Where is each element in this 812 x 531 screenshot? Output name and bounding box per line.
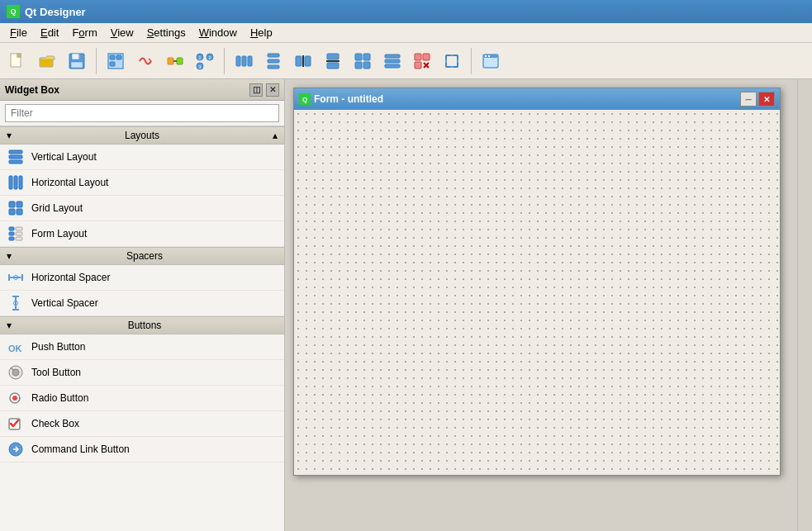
menu-view[interactable]: View (104, 25, 140, 40)
form-minimize-button[interactable]: ─ (740, 92, 757, 107)
svg-rect-44 (446, 55, 458, 67)
separator-2 (224, 48, 225, 74)
form-window: Q Form - untitled ─ ✕ (293, 88, 781, 476)
category-scroll-up: ▴ (273, 130, 278, 141)
svg-rect-54 (19, 176, 22, 189)
form-canvas[interactable] (294, 110, 780, 475)
form-close-button[interactable]: ✕ (758, 92, 775, 107)
widget-box-panel: Widget Box ◫ ✕ ▾ Layouts ▴ (0, 79, 285, 531)
widget-list: ▾ Layouts ▴ Vertical Layout (0, 126, 284, 531)
item-horizontal-layout[interactable]: Horizontal Layout (0, 170, 284, 196)
form-title-left: Q Form - untitled (299, 93, 383, 105)
item-horizontal-spacer[interactable]: Horizontal Spacer (0, 265, 284, 291)
svg-point-47 (485, 55, 487, 56)
menu-file[interactable]: File (3, 25, 34, 40)
push-button-icon: OK (7, 338, 25, 356)
save-button[interactable] (63, 47, 91, 75)
svg-rect-37 (385, 59, 400, 63)
svg-rect-60 (16, 227, 22, 230)
menu-window[interactable]: Window (192, 25, 244, 40)
layout-splitter-v-button[interactable] (319, 47, 347, 75)
svg-rect-49 (9, 150, 22, 154)
svg-text:OK: OK (8, 344, 22, 353)
vertical-spacer-label: Vertical Spacer (31, 297, 98, 309)
svg-rect-57 (9, 209, 15, 215)
vertical-layout-label: Vertical Layout (31, 151, 97, 163)
command-link-button-icon (7, 440, 25, 458)
widget-box-controls: ◫ ✕ (249, 83, 279, 97)
svg-rect-36 (385, 55, 400, 58)
app-icon: Q (7, 5, 20, 18)
svg-point-74 (12, 369, 19, 376)
svg-rect-33 (363, 54, 370, 60)
svg-rect-35 (363, 62, 370, 69)
layout-form-button[interactable] (378, 47, 406, 75)
open-button[interactable] (33, 47, 61, 75)
svg-rect-34 (355, 62, 362, 69)
menu-settings[interactable]: Settings (140, 25, 192, 40)
svg-rect-56 (17, 201, 22, 207)
svg-rect-40 (423, 54, 430, 60)
svg-rect-62 (16, 232, 22, 235)
item-vertical-spacer[interactable]: Vertical Spacer (0, 291, 284, 316)
svg-rect-24 (268, 59, 279, 63)
layout-horizontal-button[interactable] (230, 47, 258, 75)
widget-editor-button[interactable] (102, 47, 130, 75)
toolbar: 123 (0, 43, 812, 79)
svg-rect-50 (9, 155, 22, 159)
preview-button[interactable] (477, 47, 505, 75)
item-tool-button[interactable]: Tool Button (0, 360, 284, 386)
separator-3 (471, 48, 472, 74)
item-vertical-layout[interactable]: Vertical Layout (0, 145, 284, 170)
float-button[interactable]: ◫ (249, 83, 263, 97)
menu-form[interactable]: Form (65, 25, 103, 40)
edit-taborder-button[interactable]: 123 (191, 47, 219, 75)
radio-button-icon (7, 389, 25, 407)
menu-edit[interactable]: Edit (34, 25, 65, 40)
layout-grid-button[interactable] (349, 47, 377, 75)
buttons-label: Buttons (12, 320, 278, 331)
svg-rect-21 (242, 56, 246, 66)
edit-signals-button[interactable] (131, 47, 159, 75)
form-layout-icon (7, 225, 25, 243)
edit-buddies-button[interactable] (161, 47, 189, 75)
widget-box-header: Widget Box ◫ ✕ (0, 79, 284, 101)
category-spacers[interactable]: ▾ Spacers (0, 247, 284, 265)
item-radio-button[interactable]: Radio Button (0, 386, 284, 411)
horizontal-spacer-label: Horizontal Spacer (31, 272, 110, 283)
item-push-button[interactable]: OK Push Button (0, 334, 284, 360)
svg-rect-27 (305, 56, 311, 66)
break-layout-button[interactable] (408, 47, 436, 75)
canvas-area: Q Form - untitled ─ ✕ (285, 79, 797, 531)
svg-rect-12 (168, 58, 173, 64)
svg-point-48 (488, 55, 490, 56)
svg-rect-11 (110, 62, 115, 66)
new-button[interactable] (3, 47, 31, 75)
adjust-size-button[interactable] (438, 47, 466, 75)
tool-button-label: Tool Button (31, 367, 81, 378)
svg-rect-64 (16, 237, 22, 240)
svg-rect-6 (78, 55, 80, 58)
svg-rect-38 (385, 64, 400, 68)
layout-vertical-button[interactable] (259, 47, 287, 75)
svg-rect-23 (268, 54, 279, 57)
title-bar: Q Qt Designer (0, 0, 812, 23)
filter-input[interactable] (5, 104, 279, 122)
radio-button-label: Radio Button (31, 392, 88, 404)
item-command-link-button[interactable]: Command Link Button (0, 437, 284, 462)
category-layouts[interactable]: ▾ Layouts ▴ (0, 126, 284, 145)
tool-button-icon (7, 363, 25, 382)
menu-help[interactable]: Help (244, 25, 279, 40)
command-link-button-label: Command Link Button (31, 443, 130, 455)
svg-rect-55 (9, 201, 15, 207)
right-scrollbar[interactable] (797, 79, 812, 531)
horizontal-spacer-icon (7, 268, 25, 287)
category-buttons[interactable]: ▾ Buttons (0, 316, 284, 334)
check-box-icon (7, 415, 25, 433)
item-form-layout[interactable]: Form Layout (0, 221, 284, 247)
close-button[interactable]: ✕ (266, 83, 279, 97)
layout-splitter-h-button[interactable] (289, 47, 317, 75)
item-grid-layout[interactable]: Grid Layout (0, 196, 284, 221)
item-check-box[interactable]: Check Box (0, 411, 284, 437)
svg-rect-7 (71, 62, 83, 68)
